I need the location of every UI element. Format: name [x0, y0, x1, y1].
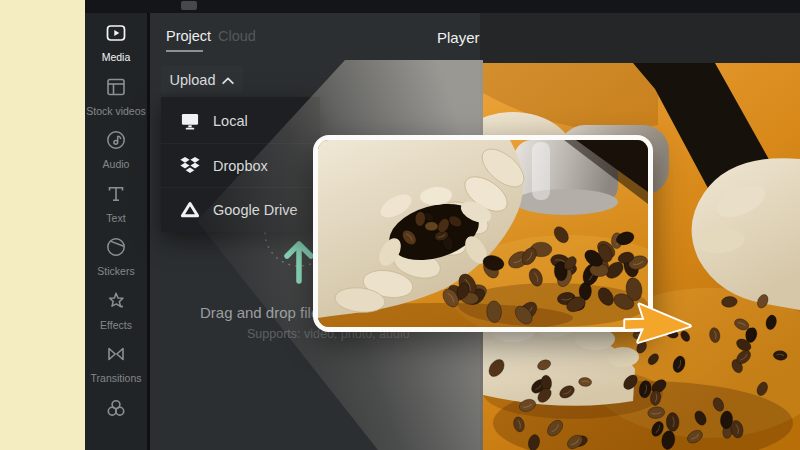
upload-dropdown-menu: Local Dropbox Google Drive [161, 97, 320, 232]
sidebar-item-audio[interactable]: Audio [85, 129, 147, 183]
menu-item-google-drive[interactable]: Google Drive [161, 187, 320, 231]
sidebar-item-stickers[interactable]: Stickers [85, 236, 147, 290]
monitor-icon [180, 112, 200, 131]
sidebar-item-label: Audio [103, 158, 130, 170]
text-icon [105, 183, 127, 209]
effects-star-icon [105, 290, 127, 316]
titlebar-icon [181, 1, 197, 10]
sidebar-item-effects[interactable]: Effects [85, 290, 147, 344]
sidebar-item-transitions[interactable]: Transitions [85, 343, 147, 397]
upload-button-label: Upload [170, 72, 216, 88]
sidebar-item-label: Stickers [97, 265, 134, 277]
sidebar-item-label: Text [106, 212, 125, 224]
audio-icon [105, 129, 127, 155]
magnifier-overlay [313, 135, 653, 332]
tab-project[interactable]: Project [166, 28, 211, 44]
more-tools-icon [105, 397, 127, 423]
player-title: Player [437, 29, 480, 46]
google-drive-icon [180, 200, 200, 219]
dropbox-icon [180, 156, 200, 175]
chevron-up-icon [222, 72, 234, 88]
tab-cloud[interactable]: Cloud [218, 28, 256, 44]
sidebar-item-label: Stock videos [86, 105, 146, 117]
menu-item-label: Google Drive [213, 202, 298, 218]
sidebar-item-label: Effects [100, 319, 132, 331]
sidebar: Media Stock videos Audio Text Stickers E… [85, 13, 147, 450]
menu-item-local[interactable]: Local [161, 99, 320, 143]
media-icon [105, 22, 127, 48]
menu-item-label: Dropbox [213, 158, 268, 174]
menu-item-dropbox[interactable]: Dropbox [161, 143, 320, 187]
transitions-icon [105, 343, 127, 369]
menu-item-label: Local [213, 113, 248, 129]
sidebar-item-text[interactable]: Text [85, 183, 147, 237]
sidebar-item-label: Media [102, 51, 131, 63]
upload-button[interactable]: Upload [161, 66, 243, 93]
stock-videos-icon [105, 76, 127, 102]
stickers-icon [105, 236, 127, 262]
tab-active-underline [166, 50, 203, 52]
sidebar-item-stock-videos[interactable]: Stock videos [85, 76, 147, 130]
sidebar-item-label: Transitions [91, 372, 142, 384]
sidebar-item-more[interactable] [85, 397, 147, 450]
sidebar-divider [147, 13, 150, 450]
window-top-strip [85, 0, 800, 13]
sidebar-item-media[interactable]: Media [85, 22, 147, 76]
